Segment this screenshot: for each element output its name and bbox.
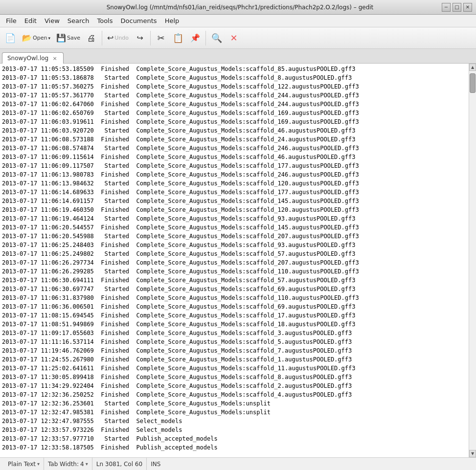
menu-search[interactable]: Search [64, 16, 93, 25]
tab-snowyowl[interactable]: SnowyOwl.log × [2, 52, 64, 64]
cut-icon: ✂ [158, 34, 165, 43]
replace-icon: ✕ [230, 34, 238, 43]
open-icon: 📂 [22, 34, 32, 42]
redo-button[interactable]: ↪ [132, 29, 148, 47]
open-button[interactable]: 📂 Open ▾ [20, 29, 53, 47]
tabbar: SnowyOwl.log × [0, 49, 476, 64]
new-icon: 📄 [5, 34, 16, 43]
vertical-scrollbar[interactable]: ▲ ▼ [469, 64, 476, 457]
copy-icon: 📋 [173, 34, 183, 43]
paste-button[interactable]: 📌 [187, 29, 203, 47]
menu-help[interactable]: Help [161, 16, 183, 25]
tabwidth-dropdown-icon: ▾ [86, 461, 88, 467]
statusbar: Plain Text ▾ Tab Width: 4 ▾ Ln 3081, Col… [0, 457, 476, 470]
tab-label: SnowyOwl.log [7, 55, 48, 62]
save-button[interactable]: 💾 Save [54, 29, 83, 47]
undo-icon: ↩ [107, 34, 113, 42]
undo-label: Undo [114, 35, 129, 41]
filetype-dropdown-icon: ▾ [37, 461, 40, 467]
menubar: File Edit View Search Tools Documents He… [0, 15, 476, 27]
scroll-up-button[interactable]: ▲ [469, 64, 476, 71]
minimize-button[interactable]: − [442, 3, 451, 12]
titlebar: SnowyOwl.log (/mnt/md/nfs01/ian_reid/seq… [0, 0, 476, 15]
menu-tools[interactable]: Tools [93, 16, 116, 25]
menu-view[interactable]: View [41, 16, 64, 25]
save-icon: 💾 [56, 34, 66, 42]
replace-button[interactable]: ✕ [226, 29, 242, 47]
cut-button[interactable]: ✂ [153, 29, 169, 47]
separator-2 [150, 31, 151, 45]
close-button[interactable]: ✕ [463, 3, 472, 12]
maximize-button[interactable]: □ [453, 3, 461, 12]
print-icon: 🖨 [87, 34, 96, 43]
tab-close-button[interactable]: × [51, 55, 58, 62]
save-label: Save [67, 35, 80, 41]
print-button[interactable]: 🖨 [84, 29, 99, 47]
menu-edit[interactable]: Edit [21, 16, 41, 25]
menu-documents[interactable]: Documents [117, 16, 161, 25]
tabwidth-section[interactable]: Tab Width: 4 ▾ [44, 458, 92, 470]
editor-container: 2013-07-17 11:05:53.185509 Finished Comp… [0, 64, 476, 457]
menu-file[interactable]: File [2, 16, 21, 25]
window-title: SnowyOwl.log (/mnt/md/nfs01/ian_reid/seq… [38, 4, 442, 11]
separator-3 [205, 31, 206, 45]
tabwidth-value: 4 [80, 461, 84, 468]
paste-icon: 📌 [190, 34, 200, 42]
toolbar: 📄 📂 Open ▾ 💾 Save 🖨 ↩ Undo ↪ ✂ 📋 📌 🔍 ✕ [0, 27, 476, 49]
separator-1 [102, 31, 102, 45]
window-controls: − □ ✕ [442, 3, 472, 12]
undo-button[interactable]: ↩ Undo [105, 29, 131, 47]
cursor-position: Ln 3081, Col 60 [96, 461, 142, 468]
open-label: Open [33, 35, 47, 41]
tabwidth-text: Tab Width: [48, 461, 79, 468]
editor-mode: INS [151, 461, 160, 468]
new-button[interactable]: 📄 [2, 29, 19, 47]
editor-content[interactable]: 2013-07-17 11:05:53.185509 Finished Comp… [0, 64, 469, 457]
redo-icon: ↪ [136, 34, 143, 42]
scroll-thumb[interactable] [470, 73, 476, 93]
search-icon: 🔍 [211, 34, 222, 43]
filetype-section[interactable]: Plain Text ▾ [4, 458, 44, 470]
mode-section: INS [147, 458, 164, 470]
open-dropdown-icon: ▾ [48, 36, 50, 41]
scroll-down-button[interactable]: ▼ [469, 450, 476, 457]
find-button[interactable]: 🔍 [208, 29, 225, 47]
position-section: Ln 3081, Col 60 [92, 458, 147, 470]
copy-button[interactable]: 📋 [170, 29, 186, 47]
scroll-track[interactable] [469, 71, 476, 450]
filetype-label: Plain Text [8, 461, 36, 468]
